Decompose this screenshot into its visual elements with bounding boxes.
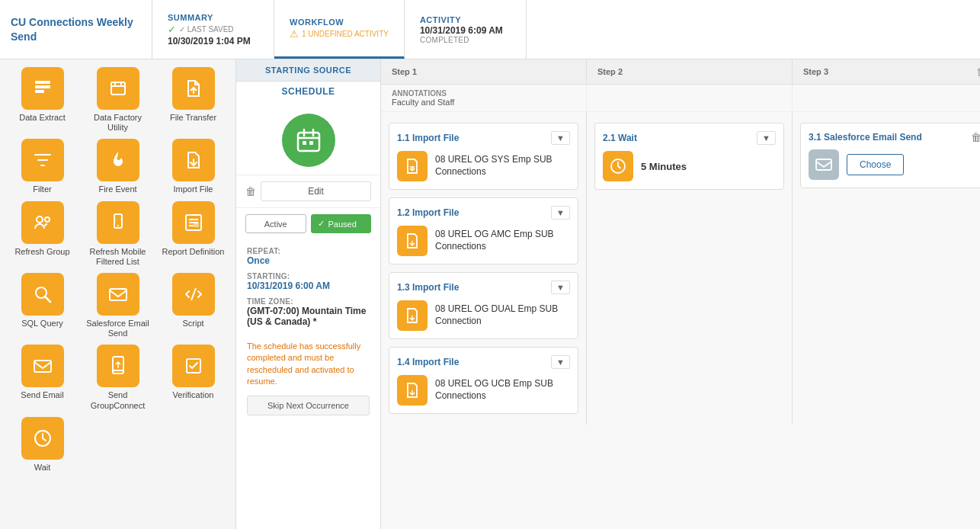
tool-send-groupconnect[interactable]: Send GroupConnect [83,345,152,410]
card-3-1-icon [809,149,839,180]
starting-row: STARTING: 10/31/2019 6:00 AM [247,272,370,291]
edit-row: 🗑 Edit [236,175,380,208]
svg-rect-1 [35,85,50,88]
svg-point-8 [37,216,43,223]
tab-workflow[interactable]: WORKFLOW ⚠ 1 UNDEFINED ACTIVITY [274,0,405,59]
step-card-1-4: 1.4 Import File ▼ 08 UREL OG UCB Emp SUB… [389,347,578,414]
report-def-icon [172,201,215,244]
card-1-4-title: 1.4 Import File [397,357,459,367]
send-email-icon [21,345,64,387]
top-header: CU Connections Weekly Send SUMMARY ✓ ✓ L… [0,0,980,59]
svg-rect-3 [111,82,125,95]
schedule-delete-button[interactable]: 🗑 [245,185,256,197]
step2-column: 2.1 Wait ▼ 5 Minutes [587,112,793,425]
tool-refresh-group-label: Refresh Group [14,247,69,257]
card-1-3-dropdown[interactable]: ▼ [551,281,570,294]
starting-value: 10/31/2019 6:00 AM [247,281,370,291]
warn-icon: ⚠ [290,28,299,40]
tool-sf-email-label: Salesforce Email Send [83,319,152,338]
card-1-4-name: 08 UREL OG UCB Emp SUB Connections [435,378,570,402]
tool-file-transfer[interactable]: File Transfer [159,67,228,133]
tool-sql-query-label: SQL Query [21,319,63,329]
tool-send-email[interactable]: Send Email [8,345,77,410]
filter-icon [21,139,64,181]
tool-file-transfer-label: File Transfer [170,113,216,123]
sf-email-icon [97,273,139,316]
data-factory-icon [97,67,139,110]
tool-report-def-label: Report Definition [162,247,225,257]
card-1-2-dropdown[interactable]: ▼ [551,206,570,220]
tool-report-def[interactable]: Report Definition [159,201,228,267]
step-card-2-1: 2.1 Wait ▼ 5 Minutes [594,123,784,190]
tool-fire-event[interactable]: Fire Event [83,139,152,194]
tab-activity-date: 10/31/2019 6:09 AM [420,25,511,36]
card-3-1-title: 3.1 Salesforce Email Send [809,132,922,143]
steps-body: 1.1 Import File ▼ 08 UREL OG SYS Emp SUB… [381,112,980,425]
svg-rect-31 [303,141,306,145]
tool-wait[interactable]: Wait [8,417,77,473]
tab-summary-sub: ✓ ✓ LAST SAVED [168,24,258,35]
card-1-1-dropdown[interactable]: ▼ [551,131,570,145]
svg-point-11 [117,225,119,226]
card-2-1-title: 2.1 Wait [603,133,637,143]
svg-rect-21 [34,361,51,372]
tab-summary-label: SUMMARY [168,13,258,22]
tool-data-extract[interactable]: Data Extract [8,67,77,133]
card-2-1-dropdown[interactable]: ▼ [757,131,776,145]
card-2-1-duration: 5 Minutes [641,161,687,172]
tool-refresh-mobile[interactable]: Refresh Mobile Filtered List [83,201,152,267]
tool-filter-label: Filter [33,184,51,194]
step3-annotations [793,85,980,111]
svg-rect-2 [35,90,44,93]
tool-import-file[interactable]: Import File [159,139,228,194]
tab-summary[interactable]: SUMMARY ✓ ✓ LAST SAVED 10/30/2019 1:04 P… [152,0,274,59]
card-1-4-dropdown[interactable]: ▼ [551,355,570,369]
choose-button[interactable]: Choose [847,154,904,175]
schedule-info: REPEAT: Once STARTING: 10/31/2019 6:00 A… [236,239,380,341]
tool-refresh-mobile-label: Refresh Mobile Filtered List [83,247,152,267]
tool-script-label: Script [182,319,203,329]
card-3-1-delete-button[interactable]: 🗑 [971,131,980,143]
tool-sql-query[interactable]: SQL Query [8,273,77,338]
skip-occurrence-button[interactable]: Skip Next Occurrence [247,396,370,415]
import-file-icon [172,139,215,181]
workflow-area: Step 1 Step 2 Step 3 🗑 ANNOTATIONS Facul… [381,59,980,529]
tool-script[interactable]: Script [159,273,228,338]
tab-workflow-label: WORKFLOW [290,18,389,27]
tool-data-factory-label: Data Factory Utility [83,113,152,133]
step3-column: 3.1 Salesforce Email Send 🗑 Choose [793,112,980,425]
paused-toggle-button[interactable]: ✓ Paused [311,214,372,233]
card-1-4-icon [397,375,428,406]
tool-refresh-group[interactable]: Refresh Group [8,201,77,267]
step3-delete-icon[interactable]: 🗑 [976,66,980,78]
tool-filter[interactable]: Filter [8,139,77,194]
fire-event-icon [97,139,139,181]
schedule-message: The schedule has successfully completed … [236,341,380,388]
svg-rect-0 [35,81,50,84]
schedule-panel: STARTING SOURCE SCHEDULE 🗑 Edit Active ✓… [236,59,381,529]
tool-send-email-label: Send Email [21,390,63,400]
card-1-2-name: 08 UREL OG AMC Emp SUB Connections [435,229,570,252]
tool-verification[interactable]: Verification [159,345,228,410]
tool-data-factory[interactable]: Data Factory Utility [83,67,152,133]
file-transfer-icon [172,67,215,110]
active-toggle-button[interactable]: Active [245,214,306,233]
step1-annotations: ANNOTATIONS Faculty and Staff [381,85,587,111]
svg-rect-32 [309,141,313,145]
sql-query-icon [21,273,64,316]
steps-header: Step 1 Step 2 Step 3 🗑 [381,59,980,85]
header-title-section: CU Connections Weekly Send [0,0,152,59]
paused-check-icon: ✓ [318,219,325,229]
tab-activity[interactable]: ACTIVITY 10/31/2019 6:09 AM COMPLETED [405,0,527,59]
step2-annotations [587,85,793,111]
svg-line-20 [191,288,196,300]
svg-line-18 [45,297,50,302]
svg-point-9 [45,217,50,222]
tool-sf-email[interactable]: Salesforce Email Send [83,273,152,338]
starting-label: STARTING: [247,272,370,281]
card-1-1-icon [397,151,428,181]
tab-summary-date: 10/30/2019 1:04 PM [168,36,258,46]
schedule-edit-button[interactable]: Edit [261,181,371,201]
tool-import-file-label: Import File [174,184,213,194]
card-1-2-icon [397,226,428,256]
